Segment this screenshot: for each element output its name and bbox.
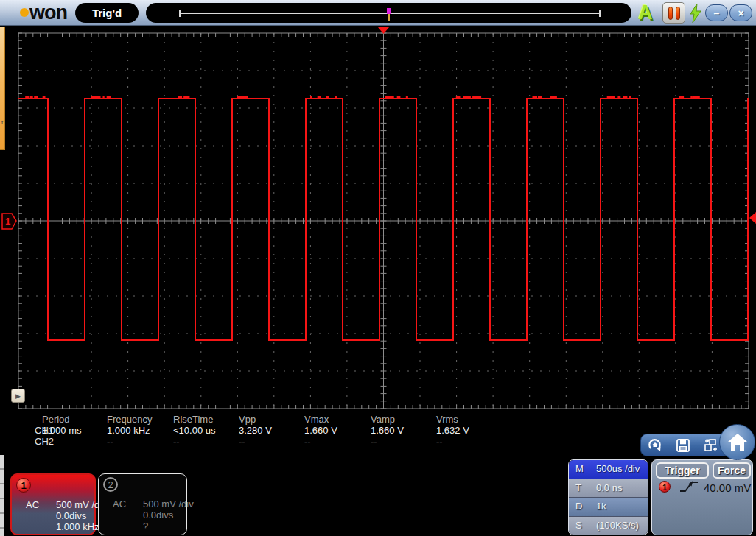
measurement-header: Vmax <box>304 414 329 425</box>
offset-value: 0.0 ns <box>596 482 622 493</box>
measurement-value: -- <box>304 436 311 447</box>
expand-menu-button[interactable]: ▶ <box>11 389 25 403</box>
minimize-button[interactable]: – <box>705 4 728 21</box>
measurement-value: 1.000 kHz <box>107 425 150 436</box>
owon-logo: won <box>20 2 67 23</box>
measurement-header: Period <box>42 414 70 425</box>
force-button[interactable]: Force <box>713 462 751 479</box>
trigger-level-marker[interactable] <box>749 212 756 224</box>
trigger-panel: Trigger Force 1 40.00 mV <box>651 459 753 535</box>
measurement-value: -- <box>239 436 245 447</box>
measurement-value: -- <box>371 436 377 447</box>
channel1-frequency: 1.000 kHz <box>56 521 99 532</box>
quick-toolbar <box>640 434 730 456</box>
pause-icon <box>676 7 680 20</box>
timebase-row-s[interactable]: S (100KS/s) <box>569 517 648 535</box>
window-swap-icon <box>702 437 720 454</box>
measurement-header: RiseTime <box>173 414 213 425</box>
trigger-source-badge: 1 <box>659 481 671 493</box>
channel1-position-marker[interactable]: 1 <box>2 214 16 229</box>
timeline-left-tick <box>179 10 181 17</box>
trigger-level-value: 40.00 mV <box>704 482 751 494</box>
depth-value: 1k <box>596 501 606 512</box>
offset-key: T <box>575 482 581 493</box>
owon-logo-o-icon <box>20 8 29 17</box>
titlebar: won Trig'd A – × <box>0 0 756 26</box>
measurement-value: -- <box>173 436 180 447</box>
timebase-row-m[interactable]: M 500us /div <box>569 460 648 479</box>
run-stop-button[interactable] <box>662 2 685 24</box>
measurement-header: Frequency <box>107 414 152 425</box>
measurement-header: Vpp <box>239 414 256 425</box>
channel2-offset: 0.0divs <box>143 509 173 521</box>
channel2-panel[interactable]: 2 AC 500 mV /div 0.0divs ? <box>98 473 187 535</box>
save-button[interactable] <box>669 434 697 456</box>
timebase-row-d[interactable]: D 1k <box>569 498 648 517</box>
trigger-status-badge: Trig'd <box>75 3 139 23</box>
channel1-badge: 1 <box>16 478 31 493</box>
rising-edge-icon <box>679 479 699 494</box>
owon-logo-text: won <box>29 2 67 23</box>
timebase-key: M <box>575 463 584 474</box>
horizontal-position-bar[interactable] <box>146 3 631 23</box>
pause-icon <box>668 7 673 20</box>
measurement-value: 1.660 V <box>304 425 337 436</box>
samplerate-key: S <box>575 520 582 531</box>
home-button[interactable] <box>719 424 755 460</box>
measurement-value: -- <box>107 436 113 447</box>
svg-text:1: 1 <box>5 216 10 227</box>
timebase-value: 500us /div <box>596 463 640 474</box>
timeline-right-tick <box>599 10 601 17</box>
measurement-value: <10.00 us <box>173 425 215 436</box>
lightning-icon[interactable] <box>688 3 703 24</box>
channel2-frequency: ? <box>143 521 148 532</box>
measurement-value: -- <box>42 436 49 447</box>
left-edge-tab[interactable]: t <box>0 27 5 150</box>
measurement-value: 1.000 ms <box>42 425 81 436</box>
timebase-row-t[interactable]: T 0.0 ns <box>569 479 648 498</box>
measurement-value: -- <box>436 436 443 447</box>
channel2-coupling: AC <box>113 498 126 509</box>
trigger-button[interactable]: Trigger <box>656 462 709 479</box>
measurement-value: 1.660 V <box>371 425 404 436</box>
channel1-offset: 0.0divs <box>56 510 86 521</box>
channel2-scale: 500 mV /div <box>143 498 194 509</box>
left-edge-strip <box>0 455 4 536</box>
close-button[interactable]: × <box>729 4 752 21</box>
autoset-icon <box>647 437 663 454</box>
trigger-position-marker-tail <box>388 14 390 21</box>
window-controls: – × <box>705 4 752 21</box>
autoset-button[interactable] <box>641 434 669 456</box>
measurement-value: 1.632 V <box>436 425 469 436</box>
measurement-header: Vrms <box>436 414 458 425</box>
measurement-header: Vamp <box>371 414 395 425</box>
trigger-settings-row: 1 40.00 mV <box>658 479 754 496</box>
channel2-badge: 2 <box>103 477 118 492</box>
channel1-panel[interactable]: 1 AC 500 mV /div 0.0divs 1.000 kHz <box>10 473 96 535</box>
trigger-position-marker[interactable] <box>387 8 391 14</box>
depth-key: D <box>575 501 582 512</box>
channel1-coupling: AC <box>26 499 39 510</box>
timebase-panel: M 500us /div T 0.0 ns D 1k S (100KS/s) <box>568 459 648 535</box>
auto-mode-indicator[interactable]: A <box>638 1 653 24</box>
save-icon <box>675 437 691 454</box>
home-icon <box>727 432 749 453</box>
measurement-value: 3.280 V <box>239 425 272 436</box>
samplerate-value: (100KS/s) <box>596 520 639 531</box>
